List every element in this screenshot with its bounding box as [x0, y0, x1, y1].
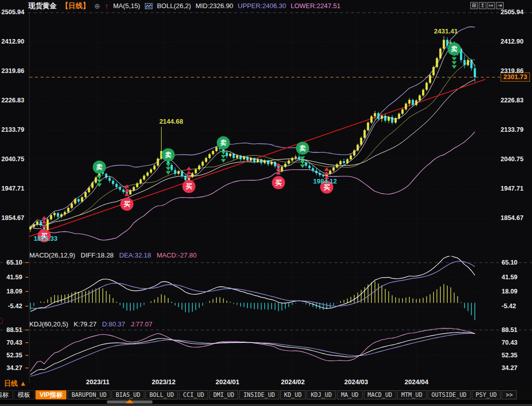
main-chart-legend: 现货黄金 【日线】 ⊕ ↑ MA(5,15) BOLL(26,2) MID:23… [28, 1, 340, 11]
bottom-strip [0, 404, 532, 406]
tab-maud[interactable]: MA_UD [337, 390, 363, 399]
kdj-k-value: K:79.27 [74, 320, 97, 328]
main-axis-tick-left: 2133.79 [0, 126, 24, 133]
macd-axis-tick-left: 18.09 [0, 288, 22, 295]
main-axis-tick-right: 2226.83 [501, 97, 523, 104]
main-axis-tick-left: 1854.67 [0, 214, 24, 222]
tab-barupdnud[interactable]: BARUPDN_UD [67, 390, 110, 399]
tab-outsideud[interactable]: OUTSIDE_UD [428, 390, 471, 399]
macd-diff-value: DIFF:18.28 [81, 251, 113, 259]
macd-axis-tick-right: 41.59 [502, 274, 517, 281]
collapse-right-icon[interactable]: ⇥ [496, 2, 504, 9]
macd-axis-tick-right: 65.10 [502, 259, 517, 266]
kdj-d-value: D:80.37 [102, 320, 125, 328]
tab-psyud[interactable]: PSY_UD [472, 390, 501, 399]
period-indicator-label[interactable]: 日线 [4, 380, 18, 387]
x-axis-month-label: 2024/01 [216, 378, 240, 386]
red-up-arrow-icon: ↑ [105, 2, 109, 10]
main-axis-tick-right: 1854.67 [501, 214, 523, 222]
macd-params: MACD(26,12,9) [29, 251, 75, 259]
tab-macdud[interactable]: MACD_UD [364, 390, 396, 399]
price-annotation: 1984.12 [313, 177, 337, 185]
x-axis-month-label: 2023/11 [86, 378, 109, 386]
tab-[interactable]: >> [502, 390, 517, 399]
tab-biasud[interactable]: BIAS_UD [111, 390, 144, 399]
expand-up-icon[interactable]: ↥ [479, 2, 486, 9]
kdj-axis-tick-left: 70.43 [0, 339, 22, 346]
boll-legend: BOLL(26,2) [157, 2, 191, 10]
sell-signal-marker: 卖 [296, 141, 309, 155]
kdj-axis-tick-right: 34.27 [502, 364, 517, 372]
tab-kdud[interactable]: KD_UD [280, 390, 306, 399]
tab-insideud[interactable]: INSIDE_UD [239, 390, 279, 399]
main-axis-tick-left: 2040.75 [0, 156, 24, 163]
kdj-axis-tick-right: 70.43 [502, 339, 517, 346]
kdj-axis-tick-right: 52.35 [502, 352, 517, 359]
tab-cciud[interactable]: CCI_UD [179, 390, 208, 399]
macd-axis-tick-left: -5.42 [0, 303, 22, 310]
price-annotation: 2144.68 [159, 118, 183, 125]
period-tag[interactable]: 【日线】 [61, 2, 90, 11]
axis-edge-tick [25, 355, 28, 356]
main-axis-tick-right: 2133.79 [501, 126, 523, 133]
main-axis-tick-left: 2226.83 [0, 97, 24, 104]
sell-signal-marker: 卖 [93, 161, 106, 174]
main-axis-tick-left: 2412.90 [0, 38, 24, 45]
svg-text:卖: 卖 [451, 45, 458, 53]
add-overlay-icon[interactable]: ⊕ [94, 2, 100, 10]
main-axis-tick-left: 1947.71 [0, 185, 24, 192]
axis-edge-tick [25, 329, 28, 330]
period-up-triangle[interactable]: ▲ [20, 380, 26, 387]
tab-dmiud[interactable]: DMI_UD [209, 390, 239, 399]
indicator-tab-bar: 指标模板VIP指标BARUPDN_UDBIAS_UDBOLL_UDCCI_UDD… [0, 390, 532, 400]
main-axis-tick-left: 2505.94 [0, 9, 24, 16]
macd-axis-tick-right: 18.09 [502, 288, 517, 295]
kdj-axis-tick-left: 52.35 [0, 352, 22, 359]
pan-icon[interactable]: ⊞ [470, 2, 478, 9]
kdj-axis-tick-left: 88.51 [0, 326, 22, 334]
axis-edge-tick [25, 342, 28, 343]
macd-axis-tick-right: -5.42 [502, 303, 516, 310]
svg-text:买: 买 [185, 182, 192, 190]
price-annotation: 2431.41 [434, 27, 458, 35]
expand-right-icon[interactable]: ↦ [487, 2, 495, 9]
axis-edge-tick [25, 277, 28, 278]
chart-canvas[interactable]: 卖卖卖卖卖买买买买买2431.412144.681984.121815.33 [0, 0, 532, 406]
tab-[interactable]: 模板 [14, 390, 34, 399]
svg-text:卖: 卖 [299, 144, 306, 152]
ma-legend: MA(5,15) [113, 2, 140, 10]
main-axis-tick-right: 1947.71 [501, 185, 523, 192]
sell-signal-marker: 卖 [447, 43, 461, 56]
bottom-scrollbar-track[interactable] [0, 400, 532, 404]
kdj-axis-tick-right: 88.51 [502, 326, 517, 334]
main-axis-tick-right: 2505.94 [501, 9, 523, 16]
boll-upper-value: UPPER:2406.30 [238, 2, 286, 10]
tab-mtmud[interactable]: MTM_UD [397, 390, 427, 399]
kdj-j-value: J:77.07 [131, 320, 153, 328]
tab-[interactable]: 指标 [0, 390, 13, 399]
symbol-name: 现货黄金 [28, 2, 57, 11]
svg-text:卖: 卖 [220, 139, 226, 146]
main-axis-tick-right: 2319.86 [501, 67, 523, 75]
x-axis-month-label: 2024/03 [345, 378, 368, 386]
kdj-axis-tick-left: 34.27 [0, 364, 22, 372]
x-axis-month-label: 2023/12 [152, 378, 176, 386]
tab-kdjud[interactable]: KDJ_UD [307, 390, 336, 399]
period-indicator[interactable]: 日线 ▲ [4, 379, 26, 388]
boll-mid-value: MID:2326.90 [196, 2, 233, 10]
buy-signal-marker: 买 [272, 176, 285, 189]
sell-signal-marker: 卖 [217, 136, 230, 150]
tab-vip[interactable]: VIP指标 [35, 390, 66, 399]
buy-signal-marker: 买 [182, 180, 196, 193]
svg-text:卖: 卖 [165, 151, 172, 159]
main-axis-tick-right: 2040.75 [501, 156, 523, 163]
kdj-legend: KDJ(60,20,5) K:79.27 D:80.37 J:77.07 [29, 320, 153, 327]
macd-axis-tick-left: 65.10 [0, 259, 22, 266]
boll-lower-value: LOWER:2247.51 [291, 2, 340, 10]
tab-bollud[interactable]: BOLL_UD [145, 390, 178, 399]
price-annotation: 1815.33 [33, 235, 57, 242]
macd-axis-tick-left: 41.59 [0, 274, 22, 281]
axis-edge-tick [25, 306, 28, 307]
axis-edge-tick [25, 291, 28, 292]
scrollbar-up-triangle-icon[interactable] [126, 399, 134, 403]
